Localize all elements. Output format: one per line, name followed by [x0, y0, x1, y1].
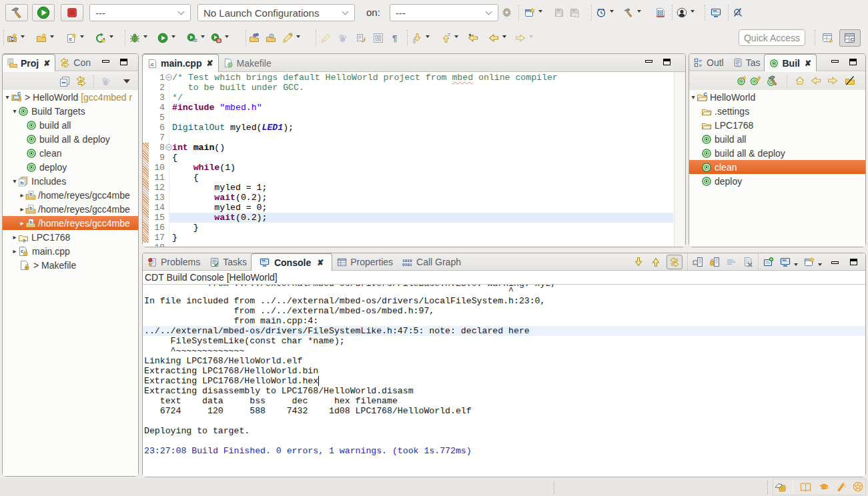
svg-text:!: !: [149, 263, 150, 266]
svg-text:010: 010: [657, 13, 663, 16]
svg-text:c: c: [69, 36, 73, 42]
svg-text:C: C: [704, 91, 708, 97]
svg-text:h: h: [29, 219, 32, 224]
svg-text:h: h: [29, 191, 32, 196]
svg-text:0101: 0101: [402, 263, 412, 267]
svg-text:C: C: [851, 37, 855, 43]
svg-text:C: C: [17, 91, 21, 96]
svg-text:.c: .c: [149, 61, 153, 67]
svg-text:¶: ¶: [392, 33, 397, 43]
svg-text:c: c: [21, 248, 23, 254]
svg-text:?: ?: [23, 237, 26, 243]
svg-text:h: h: [21, 180, 24, 186]
svg-text:h: h: [29, 205, 32, 210]
